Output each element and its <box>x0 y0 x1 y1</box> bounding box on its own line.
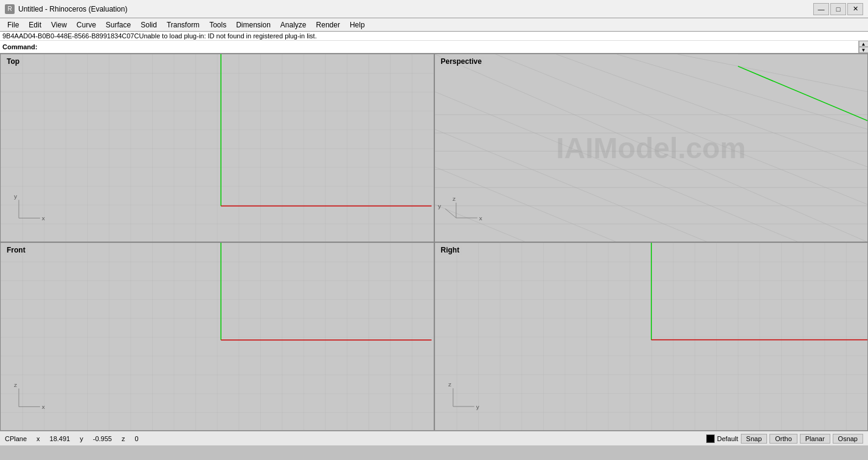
svg-text:z: z <box>448 381 451 388</box>
command-output: 9B4AAD04-B0B0-448E-8566-B8991834C07CUnab… <box>0 32 868 41</box>
viewport-right[interactable]: Right y z <box>434 242 869 431</box>
command-area: 9B4AAD04-B0B0-448E-8566-B8991834C07CUnab… <box>0 32 868 54</box>
svg-line-19 <box>677 54 867 92</box>
window-title: Untitled - Rhinoceros (Evaluation) <box>18 5 127 13</box>
right-grid: y z <box>435 243 868 431</box>
viewport-perspective[interactable]: Perspective <box>434 54 869 242</box>
svg-line-22 <box>435 130 707 242</box>
command-label: Command: <box>0 43 40 51</box>
svg-text:z: z <box>14 381 17 388</box>
svg-text:x: x <box>479 215 482 221</box>
menu-curve[interactable]: Curve <box>72 19 101 30</box>
svg-rect-33 <box>1 243 434 431</box>
menu-file[interactable]: File <box>2 19 24 30</box>
command-scrollbar: ▲ ▼ <box>858 41 868 53</box>
window-controls: — □ ✕ <box>813 3 863 15</box>
menu-dimension[interactable]: Dimension <box>231 19 276 30</box>
snap-button[interactable]: Snap <box>741 434 768 444</box>
svg-text:x: x <box>42 403 45 410</box>
minimize-button[interactable]: — <box>813 3 829 15</box>
front-grid: x z <box>1 243 434 431</box>
svg-line-15 <box>435 54 868 242</box>
svg-text:z: z <box>452 195 455 202</box>
command-input-row: Command: ▲ ▼ <box>0 41 868 53</box>
menu-edit[interactable]: Edit <box>24 19 46 30</box>
viewport-right-label: Right <box>439 245 462 255</box>
close-button[interactable]: ✕ <box>847 3 863 15</box>
svg-text:x: x <box>42 215 45 221</box>
menu-render[interactable]: Render <box>311 19 345 30</box>
top-grid: x y <box>1 54 434 242</box>
svg-line-21 <box>435 92 799 242</box>
z-label: z <box>122 435 125 442</box>
svg-text:y: y <box>14 192 17 199</box>
menu-view[interactable]: View <box>46 19 72 30</box>
scroll-up-button[interactable]: ▲ <box>859 41 869 47</box>
y-value: -0.955 <box>93 435 112 442</box>
ortho-button[interactable]: Ortho <box>769 434 797 444</box>
menu-surface[interactable]: Surface <box>101 19 136 30</box>
y-label: y <box>80 435 83 442</box>
maximize-button[interactable]: □ <box>830 3 846 15</box>
svg-line-18 <box>616 54 867 130</box>
viewport-front[interactable]: Front x z <box>0 242 434 431</box>
titlebar-left: R Untitled - Rhinoceros (Evaluation) <box>5 4 127 14</box>
statusbar-buttons: Default Snap Ortho Planar Osnap <box>706 434 863 444</box>
svg-line-16 <box>495 54 867 204</box>
app-icon: R <box>5 4 15 14</box>
statusbar: CPlane x 18.491 y -0.955 z 0 Default Sna… <box>0 431 868 445</box>
menu-transform[interactable]: Transform <box>162 19 204 30</box>
cplane-label: CPlane <box>5 435 27 442</box>
x-label: x <box>36 435 40 442</box>
viewport-perspective-label: Perspective <box>439 57 484 66</box>
planar-button[interactable]: Planar <box>800 434 830 444</box>
viewport-front-label: Front <box>4 245 28 255</box>
perspective-grid: x z y <box>435 54 868 242</box>
svg-line-25 <box>738 66 867 209</box>
menu-solid[interactable]: Solid <box>136 19 162 30</box>
z-value: 0 <box>134 435 138 442</box>
color-swatch <box>706 434 715 443</box>
default-label: Default <box>717 435 738 442</box>
svg-line-17 <box>556 54 867 167</box>
x-value: 18.491 <box>50 435 71 442</box>
menu-help[interactable]: Help <box>345 19 370 30</box>
viewport-top[interactable]: Top x y <box>0 54 434 242</box>
viewport-container: Top x y Perspective <box>0 54 868 431</box>
svg-text:y: y <box>476 403 479 410</box>
titlebar: R Untitled - Rhinoceros (Evaluation) — □… <box>0 0 868 18</box>
scroll-down-button[interactable]: ▼ <box>859 47 869 53</box>
svg-line-29 <box>445 209 456 218</box>
menu-tools[interactable]: Tools <box>204 19 231 30</box>
command-input[interactable] <box>40 43 868 51</box>
svg-line-23 <box>435 167 617 242</box>
svg-text:y: y <box>437 203 440 209</box>
svg-rect-0 <box>1 54 434 242</box>
menubar: File Edit View Curve Surface Solid Trans… <box>0 18 868 32</box>
osnap-button[interactable]: Osnap <box>833 434 863 444</box>
viewport-top-label: Top <box>4 57 22 66</box>
svg-line-24 <box>435 204 526 242</box>
menu-analyze[interactable]: Analyze <box>276 19 311 30</box>
